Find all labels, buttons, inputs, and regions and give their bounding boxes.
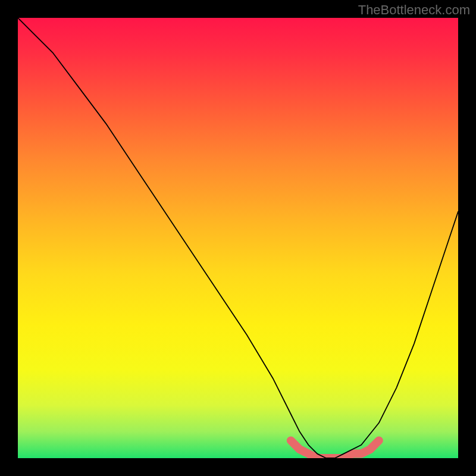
watermark-text: TheBottleneck.com bbox=[358, 2, 470, 18]
optimal-range-marker bbox=[291, 440, 379, 458]
curve-layer bbox=[18, 18, 458, 458]
plot-area bbox=[18, 18, 458, 458]
chart-root: TheBottleneck.com bbox=[0, 0, 476, 476]
bottleneck-curve-line bbox=[18, 18, 458, 458]
